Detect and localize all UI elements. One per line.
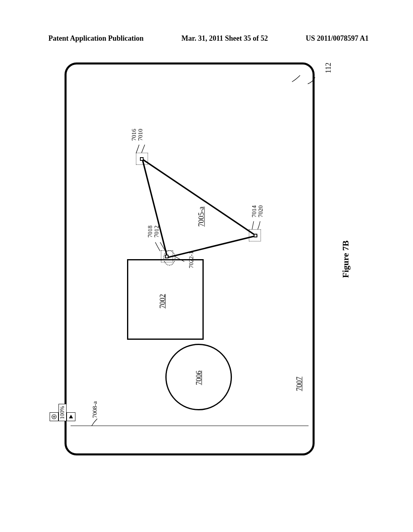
vertex3-handle[interactable] — [254, 234, 257, 237]
toolbar-divider — [71, 426, 309, 426]
zoom-value[interactable]: 100% — [58, 404, 67, 421]
header-left: Patent Application Publication — [48, 34, 144, 43]
figure-7b: 112 100% — [48, 56, 367, 468]
leader-curve-112 — [308, 77, 320, 85]
svg-point-5 — [164, 251, 175, 265]
zoom-play-button[interactable] — [67, 412, 75, 421]
device-frame: 112 100% — [65, 62, 315, 455]
header-right: US 2011/0078597 A1 — [306, 34, 369, 43]
svg-marker-3 — [69, 415, 73, 418]
circle-ref-label: 7006 — [195, 371, 203, 385]
leader-7007 — [291, 75, 302, 83]
vertex1-handle[interactable] — [140, 157, 144, 161]
screen-area: 100% 7008-a 7007 — [71, 69, 309, 449]
triangle-ref-label: 7005-a — [197, 207, 206, 227]
vertex2-region-label: 7018 — [147, 226, 154, 238]
zoom-in-button[interactable] — [50, 412, 58, 421]
drawing-canvas[interactable]: 7007 7002 7006 7005-a 7016 7010 — [75, 73, 305, 420]
vertex3-region-label: 7020 — [257, 206, 264, 218]
header-center: Mar. 31, 2011 Sheet 35 of 52 — [181, 34, 268, 43]
touch-label: 7022-1 — [188, 251, 195, 268]
page-header: Patent Application Publication Mar. 31, … — [48, 34, 369, 43]
leader-v1 — [136, 144, 147, 155]
leader-v3 — [251, 220, 263, 231]
canvas-ref-label: 7007 — [295, 377, 304, 391]
zoom-control: 100% — [75, 421, 93, 447]
leader-touch — [175, 256, 186, 263]
vertex1-handle-label: 7010 — [137, 129, 144, 141]
vertex1-region-label: 7016 — [131, 129, 138, 141]
plus-circle-icon — [51, 414, 57, 420]
vertex3-handle-label: 7014 — [251, 206, 258, 218]
figure-caption: Figure 7B — [340, 240, 351, 278]
play-icon — [68, 414, 74, 420]
touch-indicator — [163, 249, 176, 266]
device-ref-label: 112 — [324, 62, 332, 73]
vertex2-handle-label: 7012 — [153, 226, 160, 238]
square-ref-label: 7002 — [159, 294, 167, 309]
